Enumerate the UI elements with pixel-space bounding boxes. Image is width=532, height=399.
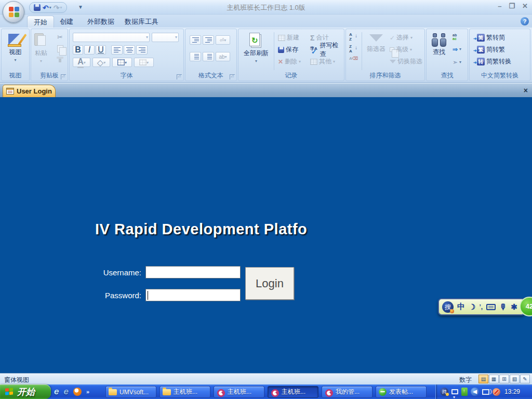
ime-chinese-mode-icon[interactable]: 中	[457, 302, 465, 312]
font-color-button[interactable]: A▾	[73, 58, 90, 67]
tray-disconnected-icon[interactable]	[493, 388, 500, 396]
copy-icon[interactable]	[57, 45, 63, 52]
save-button[interactable]	[34, 4, 41, 11]
design-view-button[interactable]: ✎	[520, 375, 530, 383]
tray-network-icon[interactable]	[482, 389, 489, 395]
goto-button[interactable]: ⇒▾	[453, 45, 461, 54]
help-button[interactable]: ?	[521, 17, 529, 25]
simplified-to-traditional-icon: 繁	[477, 46, 485, 54]
customize-qat-button[interactable]: ▼	[78, 4, 83, 10]
internet-explorer-icon[interactable]: e	[54, 387, 59, 397]
align-left-button[interactable]	[111, 45, 123, 55]
ime-settings-icon[interactable]: ✱	[511, 302, 517, 312]
traditional-to-simplified-button[interactable]: 简繁转简	[477, 33, 511, 42]
taskbar-button-post[interactable]: 发表帖...	[376, 386, 427, 398]
paste-button[interactable]: 粘贴 ▾	[34, 32, 48, 63]
decrease-indent-button[interactable]	[190, 35, 201, 45]
ime-punctuation-icon[interactable]: ’,	[479, 303, 483, 311]
underline-button[interactable]: U	[96, 45, 106, 55]
toggle-filter-button[interactable]: 切换筛选	[390, 57, 422, 66]
align-right-button[interactable]	[136, 45, 148, 55]
bold-button[interactable]: B	[73, 45, 83, 55]
sort-descending-button[interactable]: ZA↓	[349, 44, 357, 54]
refresh-all-button[interactable]: ↻ 全部刷新 ▾	[243, 32, 270, 63]
align-center-button[interactable]	[124, 45, 135, 55]
selection-button[interactable]: ✓选择▾	[390, 33, 422, 42]
replace-button[interactable]: abac	[453, 33, 461, 41]
spelling-button[interactable]: 字A✓拼写检查	[310, 45, 344, 54]
tray-usb-icon[interactable]	[461, 388, 468, 396]
gridlines-button[interactable]: ▾	[112, 58, 132, 67]
tray-language-collapse-icon[interactable]: ◀	[471, 388, 479, 396]
sort-ascending-button[interactable]: AZ↓	[349, 32, 357, 42]
ime-keyboard-icon[interactable]	[486, 304, 496, 310]
numbering-button[interactable]	[190, 52, 201, 61]
tray-display-icon[interactable]	[451, 389, 458, 394]
ime-fullwidth-moon-icon[interactable]: ☽	[469, 302, 475, 312]
document-close-button[interactable]: ×	[524, 86, 528, 95]
minimize-button[interactable]: –	[498, 3, 501, 10]
new-record-button[interactable]: 新建	[278, 33, 301, 42]
goto-icon: ⇒	[453, 46, 458, 53]
font-size-combobox[interactable]	[152, 33, 179, 42]
fill-color-icon: ◇	[97, 58, 103, 68]
advanced-filter-button[interactable]: 高级▾	[390, 45, 422, 54]
office-button[interactable]	[3, 1, 24, 23]
pivotchart-view-button[interactable]: ▧	[510, 375, 520, 383]
office-logo-icon	[9, 7, 19, 17]
tab-database-tools[interactable]: 数据库工具	[118, 16, 165, 28]
bullets-button[interactable]	[203, 52, 214, 61]
redo-button[interactable]: ↷▾	[54, 4, 62, 12]
close-button[interactable]: ✕	[522, 3, 528, 10]
pivottable-view-button[interactable]: ⊞	[499, 375, 509, 383]
save-icon	[34, 4, 41, 11]
italic-button[interactable]: I	[84, 45, 95, 55]
view-button[interactable]: 视图 ▾	[2, 32, 29, 62]
simplified-to-traditional-button[interactable]: 繁简转繁	[477, 45, 511, 54]
group-label-chinese-conversion: 中文简繁转换	[470, 71, 530, 80]
left-to-right-button[interactable]: ⏎▾	[216, 35, 230, 45]
taskbar-button-folder[interactable]: 主机班...	[159, 386, 210, 398]
ime-microphone-icon[interactable]: 🎙	[499, 302, 507, 311]
convert-chinese-button[interactable]: 转简繁转换	[477, 57, 511, 66]
undo-button[interactable]: ↶▾	[43, 4, 51, 12]
browser-icon[interactable]: e	[63, 387, 68, 397]
ime-language-bar[interactable]: 搜 中 ☽ ’, 🎙 ✱	[438, 298, 525, 315]
cut-icon[interactable]: ✂	[57, 33, 63, 41]
tab-external-data[interactable]: 外部数据	[81, 16, 121, 28]
taskbar-button-access-1[interactable]: 主机班...	[214, 386, 264, 398]
align-center-icon	[126, 46, 133, 54]
password-input[interactable]	[145, 289, 241, 301]
highlight-button[interactable]: ab▾	[216, 52, 230, 61]
delete-record-button[interactable]: ✕删除▾	[278, 57, 301, 66]
filter-button[interactable]: 筛选器	[365, 34, 388, 54]
select-button[interactable]: ➣▾	[453, 58, 461, 66]
alternate-fill-button[interactable]: ▾	[134, 58, 154, 67]
format-painter-icon[interactable]	[57, 57, 63, 59]
taskbar-button-access-active[interactable]: 主机班...	[268, 386, 318, 398]
ime-logo-icon[interactable]: 搜	[442, 301, 454, 313]
fill-color-button[interactable]: ◇▾	[92, 58, 110, 67]
save-record-button[interactable]: 保存	[278, 45, 301, 54]
increase-indent-button[interactable]	[203, 35, 214, 45]
find-button[interactable]: 查找	[430, 33, 448, 57]
datasheet-view-button[interactable]: ▦	[489, 375, 499, 383]
tab-create[interactable]: 创建	[54, 16, 79, 28]
document-tab-user-login[interactable]: User Login	[3, 85, 56, 97]
font-name-combobox[interactable]	[73, 33, 150, 42]
taskbar-button-umvsoft[interactable]: UMVsoft...	[105, 386, 156, 398]
more-records-button[interactable]: 其他▾	[310, 57, 344, 66]
username-input[interactable]	[145, 266, 241, 278]
quick-launch-expand-chevron[interactable]: »	[86, 389, 89, 395]
tray-app-icon[interactable]: 持	[440, 388, 448, 396]
login-button[interactable]: Login	[245, 267, 294, 300]
tab-home[interactable]: 开始	[27, 16, 54, 28]
refresh-all-icon: ↻	[248, 32, 264, 48]
clear-sorts-button[interactable]: A⌫	[349, 56, 357, 65]
taskbar-button-access-2[interactable]: 我的管...	[322, 386, 373, 398]
restore-button[interactable]: ❐	[509, 3, 515, 10]
group-records: ↻ 全部刷新 ▾ 新建 保存 ✕删除▾ Σ合计 字A✓拼写检查 其他▾ 记录	[238, 29, 344, 81]
quick-launch-app-icon[interactable]	[73, 388, 82, 396]
start-button[interactable]: 开始	[0, 384, 51, 399]
form-view-button[interactable]: ▤	[478, 375, 488, 383]
